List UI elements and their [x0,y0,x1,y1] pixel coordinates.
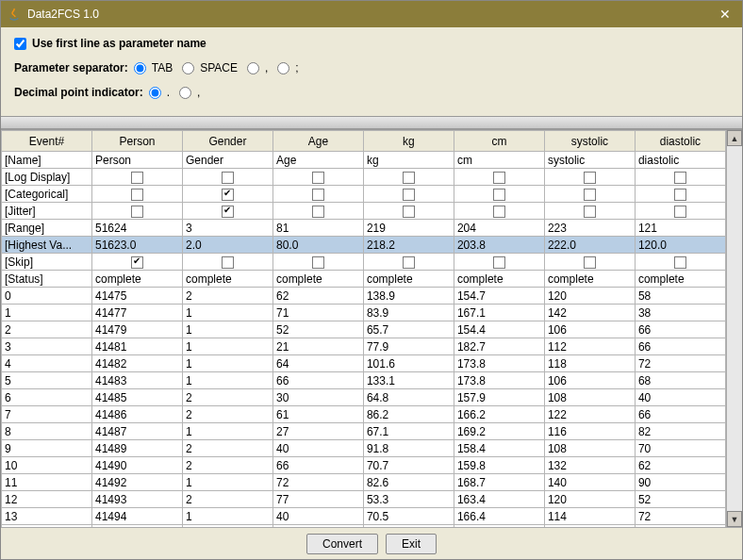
cell[interactable]: 2.0 [182,237,272,254]
cell[interactable] [363,186,454,203]
cell[interactable]: 65.7 [363,321,454,338]
cell[interactable]: 120 [544,491,635,508]
cell[interactable]: 167.1 [454,305,544,321]
data-row[interactable]: 94148924091.8158.410870 [2,440,726,457]
cell[interactable] [363,254,454,271]
data-row[interactable]: 64148523064.8157.910840 [2,389,726,406]
cell[interactable]: 41481 [91,338,182,355]
cell[interactable]: 219 [363,220,454,237]
cell[interactable]: 41475 [91,288,182,305]
cell[interactable] [91,254,182,271]
dec-comma-radio[interactable]: , [179,86,200,99]
checkbox-cell[interactable] [312,172,324,184]
cell[interactable] [363,203,454,220]
scroll-down-arrow[interactable]: ▼ [727,511,742,527]
dec-dot-radio[interactable]: . [149,86,170,99]
data-row[interactable]: 24147915265.7154.410666 [2,321,726,338]
cell[interactable]: 121 [635,220,725,237]
column-header[interactable]: Person [91,131,182,152]
data-row[interactable]: 14147717183.9167.114238 [2,305,726,321]
cell[interactable]: complete [635,271,725,288]
cell[interactable]: 41479 [91,321,182,338]
cell[interactable]: 70.7 [363,457,454,474]
cell[interactable]: complete [454,271,544,288]
cell[interactable]: 2 [182,440,272,457]
column-header[interactable]: Age [272,131,363,152]
cell[interactable]: 86.2 [363,406,454,423]
cell[interactable]: 66 [635,321,725,338]
cell[interactable] [91,169,182,186]
cell[interactable]: 106 [544,321,635,338]
checkbox-cell[interactable] [493,206,505,218]
cell[interactable]: 222.0 [544,237,635,254]
column-header[interactable]: systolic [544,131,635,152]
cell[interactable]: 1 [182,355,272,372]
cell[interactable]: 122 [544,406,635,423]
data-row[interactable]: 114149217282.6168.714090 [2,474,726,491]
cell[interactable]: 163.4 [454,491,544,508]
cell[interactable]: 154.7 [454,288,544,305]
data-row[interactable]: 134149414070.5166.411472 [2,508,726,525]
cell[interactable]: 1 [182,423,272,440]
checkbox-cell[interactable] [403,256,415,269]
checkbox-cell[interactable] [584,256,596,269]
cell[interactable]: 101.6 [363,355,454,372]
cell[interactable]: 203.8 [454,237,544,254]
column-header[interactable]: kg [363,131,454,152]
cell[interactable] [544,254,635,271]
cell[interactable]: 168.7 [454,474,544,491]
cell[interactable]: 116 [544,423,635,440]
use-first-line-checkbox[interactable]: Use first line as parameter name [14,37,206,50]
cell[interactable]: 133.1 [363,372,454,389]
checkbox-cell[interactable] [493,172,505,184]
cell[interactable]: cm [454,152,544,169]
checkbox-cell[interactable] [222,172,234,184]
cell[interactable]: 112 [544,338,635,355]
cell[interactable]: 3 [182,220,272,237]
checkbox-cell[interactable] [131,189,143,201]
cell[interactable] [635,186,725,203]
meta-row[interactable]: [Highest Va...51623.02.080.0218.2203.822… [2,237,726,254]
cell[interactable]: systolic [544,152,635,169]
vertical-scrollbar[interactable]: ▲ ▼ [726,130,742,527]
checkbox-cell[interactable] [584,189,596,201]
cell[interactable]: 132 [544,457,635,474]
cell[interactable]: 41483 [91,372,182,389]
meta-row[interactable]: [Jitter] [2,203,726,220]
cell[interactable]: 41493 [91,491,182,508]
cell[interactable]: complete [363,271,454,288]
cell[interactable]: 173.8 [454,355,544,372]
cell[interactable]: 2 [182,389,272,406]
cell[interactable]: 41482 [91,355,182,372]
cell[interactable]: 52 [635,491,725,508]
sep-space-radio[interactable]: SPACE [182,61,238,74]
cell[interactable] [182,254,272,271]
checkbox-cell[interactable] [312,256,324,269]
cell[interactable]: 52 [272,321,363,338]
cell[interactable]: 2 [182,457,272,474]
checkbox-cell[interactable] [674,172,686,184]
cell[interactable]: 1 [182,474,272,491]
cell[interactable]: diastolic [635,152,725,169]
checkbox-cell[interactable] [584,206,596,218]
cell[interactable]: 66 [635,406,725,423]
column-header[interactable]: Event# [2,131,92,152]
cell[interactable]: 154.4 [454,321,544,338]
cell[interactable]: 118 [544,355,635,372]
cell[interactable]: 70.5 [363,508,454,525]
cell[interactable]: 62 [635,457,725,474]
data-row[interactable]: 041475262138.9154.712058 [2,288,726,305]
cell[interactable] [454,169,544,186]
cell[interactable]: 83.9 [363,305,454,321]
cell[interactable] [635,254,725,271]
cell[interactable] [272,203,363,220]
cell[interactable]: 106 [544,372,635,389]
cell[interactable]: Age [272,152,363,169]
cell[interactable]: 82 [635,423,725,440]
cell[interactable]: 41485 [91,389,182,406]
cell[interactable] [635,169,725,186]
cell[interactable] [272,254,363,271]
cell[interactable]: 82.6 [363,474,454,491]
cell[interactable] [454,203,544,220]
cell[interactable]: 204 [454,220,544,237]
